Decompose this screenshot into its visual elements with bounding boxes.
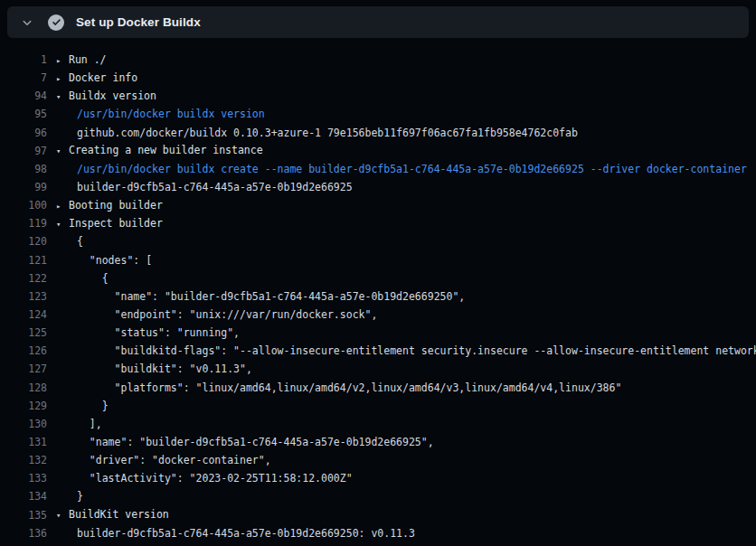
log-row: 136builder-d9cfb5a1-c764-445a-a57e-0b19d… <box>0 524 756 542</box>
log-group-row[interactable]: 1▸Run ./ <box>0 51 756 69</box>
log-group-row[interactable]: 135▾BuildKit version <box>0 506 756 524</box>
line-number[interactable]: 129 <box>0 397 47 415</box>
log-row: 134} <box>0 487 756 505</box>
log-row: 133 "lastActivity": "2023-02-25T11:58:12… <box>0 469 756 487</box>
log-output-text: "platforms": "linux/amd64,linux/amd64/v2… <box>56 379 756 397</box>
log-row: 122 { <box>0 269 756 287</box>
line-number[interactable]: 100 <box>0 196 47 214</box>
line-number[interactable]: 133 <box>0 469 47 487</box>
line-number[interactable]: 96 <box>0 124 47 142</box>
log-row: 96github.com/docker/buildx 0.10.3+azure-… <box>0 124 756 142</box>
log-command-text: /usr/bin/docker buildx create --name bui… <box>56 160 756 178</box>
line-number[interactable]: 128 <box>0 379 47 397</box>
line-number[interactable]: 1 <box>0 51 47 69</box>
log-group-header[interactable]: ▾Inspect builder <box>56 214 756 232</box>
line-number[interactable]: 135 <box>0 506 47 524</box>
log-row: 123 "name": "builder-d9cfb5a1-c764-445a-… <box>0 287 756 306</box>
group-collapsed-icon[interactable]: ▸ <box>56 52 69 70</box>
log-output-text: { <box>56 232 756 250</box>
group-title[interactable]: Creating a new builder instance <box>69 144 263 156</box>
line-number[interactable]: 124 <box>0 306 47 324</box>
step-header[interactable]: Set up Docker Buildx <box>7 6 749 38</box>
log-row: 121 "nodes": [ <box>0 251 756 269</box>
log-row: 131 "name": "builder-d9cfb5a1-c764-445a-… <box>0 433 756 451</box>
log-group-header[interactable]: ▾Creating a new builder instance <box>56 142 756 160</box>
line-number[interactable]: 134 <box>0 487 47 505</box>
log-row: 130 ], <box>0 415 756 433</box>
log-row: 128 "platforms": "linux/amd64,linux/amd6… <box>0 379 756 397</box>
line-number[interactable]: 136 <box>0 524 47 542</box>
log-output-text: "endpoint": "unix:///var/run/docker.sock… <box>56 306 756 324</box>
line-number[interactable]: 125 <box>0 324 47 342</box>
step-title: Set up Docker Buildx <box>76 15 201 29</box>
log-output-text: "nodes": [ <box>56 251 756 269</box>
log-group-row[interactable]: 119▾Inspect builder <box>0 214 756 232</box>
line-number[interactable]: 94 <box>0 87 47 105</box>
log-output-text: { <box>56 269 756 287</box>
line-number[interactable]: 123 <box>0 287 47 306</box>
log-output-text: "name": "builder-d9cfb5a1-c764-445a-a57e… <box>56 287 756 306</box>
line-number[interactable]: 122 <box>0 269 47 287</box>
chevron-down-icon[interactable] <box>20 15 34 30</box>
group-title[interactable]: Buildx version <box>69 89 156 102</box>
log-group-row[interactable]: 94▾Buildx version <box>0 87 756 105</box>
log-panel: 1▸Run ./7▸Docker info94▾Buildx version95… <box>0 51 756 542</box>
log-group-header[interactable]: ▾BuildKit version <box>56 506 756 524</box>
log-group-row[interactable]: 97▾Creating a new builder instance <box>0 142 756 160</box>
group-expanded-icon[interactable]: ▾ <box>56 142 69 160</box>
log-output-text: "buildkitd-flags": "--allow-insecure-ent… <box>56 342 756 360</box>
check-circle-icon <box>48 14 64 31</box>
log-group-row[interactable]: 7▸Docker info <box>0 69 756 87</box>
line-number[interactable]: 127 <box>0 360 47 378</box>
line-number[interactable]: 98 <box>0 160 47 178</box>
line-number[interactable]: 121 <box>0 251 47 269</box>
log-row: 95/usr/bin/docker buildx version <box>0 105 756 123</box>
line-number[interactable]: 130 <box>0 415 47 433</box>
log-group-header[interactable]: ▾Buildx version <box>56 87 756 105</box>
line-number[interactable]: 99 <box>0 178 47 196</box>
group-expanded-icon[interactable]: ▾ <box>56 88 69 106</box>
log-row: 127 "buildkit": "v0.11.3", <box>0 360 756 378</box>
group-title[interactable]: Booting builder <box>69 199 163 212</box>
log-command-text: /usr/bin/docker buildx version <box>56 105 756 123</box>
log-group-header[interactable]: ▸Run ./ <box>56 51 756 69</box>
log-output-text: "driver": "docker-container", <box>56 451 756 469</box>
group-expanded-icon[interactable]: ▾ <box>56 215 69 233</box>
log-group-header[interactable]: ▸Booting builder <box>56 196 756 214</box>
group-collapsed-icon[interactable]: ▸ <box>56 197 69 215</box>
log-output-text: "status": "running", <box>56 324 756 342</box>
line-number[interactable]: 132 <box>0 451 47 469</box>
log-row: 98/usr/bin/docker buildx create --name b… <box>0 160 756 178</box>
line-number[interactable]: 7 <box>0 69 47 87</box>
line-number[interactable]: 131 <box>0 433 47 451</box>
group-title[interactable]: Docker info <box>69 71 137 84</box>
line-number[interactable]: 95 <box>0 105 47 123</box>
log-group-row[interactable]: 100▸Booting builder <box>0 196 756 214</box>
log-output-text: ], <box>56 415 756 433</box>
line-number[interactable]: 119 <box>0 214 47 232</box>
group-title[interactable]: Inspect builder <box>69 217 163 230</box>
line-number[interactable]: 97 <box>0 142 47 160</box>
log-output-text: "buildkit": "v0.11.3", <box>56 360 756 378</box>
log-output-text: builder-d9cfb5a1-c764-445a-a57e-0b19d2e6… <box>56 178 756 196</box>
log-output-text: "name": "builder-d9cfb5a1-c764-445a-a57e… <box>56 433 756 451</box>
log-row: 124 "endpoint": "unix:///var/run/docker.… <box>0 306 756 324</box>
log-row: 132 "driver": "docker-container", <box>0 451 756 469</box>
log-row: 125 "status": "running", <box>0 324 756 342</box>
group-expanded-icon[interactable]: ▾ <box>56 506 69 524</box>
group-collapsed-icon[interactable]: ▸ <box>56 70 69 88</box>
log-output-text: } <box>56 397 756 415</box>
group-title[interactable]: BuildKit version <box>69 508 169 521</box>
log-row: 129 } <box>0 397 756 415</box>
log-output-text: builder-d9cfb5a1-c764-445a-a57e-0b19d2e6… <box>56 524 756 542</box>
log-row: 120{ <box>0 232 756 250</box>
line-number[interactable]: 120 <box>0 232 47 250</box>
log-output-text: } <box>56 487 756 505</box>
log-output-text: github.com/docker/buildx 0.10.3+azure-1 … <box>56 124 756 142</box>
log-output-text: "lastActivity": "2023-02-25T11:58:12.000… <box>56 469 756 487</box>
log-row: 126 "buildkitd-flags": "--allow-insecure… <box>0 342 756 360</box>
group-title[interactable]: Run ./ <box>69 53 107 66</box>
line-number[interactable]: 126 <box>0 342 47 360</box>
log-row: 99builder-d9cfb5a1-c764-445a-a57e-0b19d2… <box>0 178 756 196</box>
log-group-header[interactable]: ▸Docker info <box>56 69 756 87</box>
